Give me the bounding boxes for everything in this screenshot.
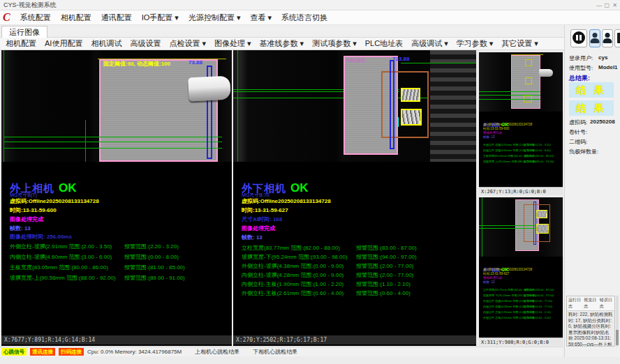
connector-tab-shape xyxy=(188,75,231,101)
toolbar-item-advanced-debug[interactable]: 高级调试 ▾ xyxy=(411,38,448,49)
pause-button[interactable] xyxy=(570,29,587,47)
left-blue-measure-label: 73.88 xyxy=(189,59,202,66)
toolbar-item-spotcheck[interactable]: 点检设置 ▾ xyxy=(169,38,206,49)
left-time-line: 时间:13-31-59-600 xyxy=(10,206,57,214)
scanner-status-badge: 扫码连接 xyxy=(59,348,84,356)
menu-item-light-config[interactable]: 光源控制配置 ▾ xyxy=(189,13,241,23)
cpu-memory-readout: Cpu: 0.0% Memory: 3424.41796875M xyxy=(87,349,182,355)
title-bar: CYS-视觉检测系统 — ▢ ✕ xyxy=(0,0,620,10)
toolbar-item-baseline-params[interactable]: 基准线参数 ▾ xyxy=(260,38,304,49)
status-bar: 心跳信号 通讯连接 扫码连接 Cpu: 0.0% Memory: 3424.41… xyxy=(0,347,563,356)
menu-item-system-config[interactable]: 系统配置 xyxy=(20,13,51,23)
middle-status-line: 图像处理完成 xyxy=(242,225,275,232)
tab-run-image[interactable]: 运行图像 xyxy=(1,26,47,38)
left-measure-row: 内侧立柱-坡膜(4.60mm 范围:(3.00 - 6.00)报警范围:(0.0… xyxy=(10,253,226,261)
toolbar-item-advanced-settings[interactable]: 高级设置 xyxy=(130,38,161,49)
thumbnail-bottom[interactable]: 外下相机OK 虚拟码:Offline20250208133134728 时间:1… xyxy=(479,197,563,346)
left-code-line: 虚拟码:Offline20250208133134728 xyxy=(10,197,99,205)
log-body-text: 耗时: 222, 缺陷检测耗时: 17, 缺陷分类耗时: 0, 缺陷视频分区耗时… xyxy=(567,311,614,347)
left-camera-image[interactable]: 73.88 固定阈值:93, 动态阈值:100 xyxy=(1,50,232,162)
login-user-value: cys xyxy=(598,54,607,61)
left-coord-strip: X:7677;Y:891;R:14;G:14;B:14 xyxy=(1,335,232,344)
user-manage-button[interactable] xyxy=(602,29,613,47)
thumbnail-bottom-image xyxy=(479,197,563,257)
middle-measure-row: 立柱宽度(83.77mm 范围:(82.00 - 88.00)报警范围:(83.… xyxy=(242,244,472,252)
virtual-code-value: 20250208 xyxy=(590,119,615,125)
virtual-code-label: 虚拟码: xyxy=(569,119,587,126)
middle-blue-measure-label: 723.88 xyxy=(392,56,409,62)
result-badge-top: 结 果 xyxy=(569,82,614,98)
menu-bar: C 系统配置 相机配置 通讯配置 IO手配置 ▾ 光源控制配置 ▾ 查看 ▾ 系… xyxy=(0,10,620,25)
toolbar-item-camera-config[interactable]: 相机配置 xyxy=(6,38,36,49)
logout-button[interactable] xyxy=(614,29,620,47)
toolbar-item-other-settings[interactable]: 其它设置 ▾ xyxy=(501,38,538,49)
tab-row: 运行图像 xyxy=(0,25,620,38)
log-scrollbar[interactable] xyxy=(616,296,619,347)
login-user-label: 登录用户: xyxy=(569,54,593,62)
user-login-button[interactable] xyxy=(589,29,600,47)
close-button[interactable]: ✕ xyxy=(612,0,617,10)
minimize-button[interactable]: — xyxy=(596,0,602,10)
log-panel: 运行日志 视觉日志 错误日志 耗时: 222, 缺陷检测耗时: 17, 缺陷分类… xyxy=(566,296,615,347)
menu-item-comm-config[interactable]: 通讯配置 xyxy=(101,13,132,23)
app-window: CYS-视觉检测系统 — ▢ ✕ C 系统配置 相机配置 通讯配置 IO手配置 … xyxy=(0,0,620,364)
ai-box-label: AI检测框 xyxy=(346,57,366,64)
toolbar: 相机配置 AI使用配置 相机调试 高级设置 点检设置 ▾ 图像处理 ▾ 基准线参… xyxy=(0,38,620,50)
middle-frames-line: 帧数: 13 xyxy=(242,234,263,241)
qr-code-label: 二维码: xyxy=(569,138,587,146)
toolbar-item-ai-config[interactable]: AI使用配置 xyxy=(45,38,82,49)
left-measure-row: 主板宽度(83.05mm 范围:(80.00 - 86.00)报警范围:(81.… xyxy=(10,264,226,271)
thumbnail-top[interactable]: 外上相机OK 虚拟码:Offline20250208133134728 时间:1… xyxy=(479,52,563,195)
toolbar-item-image-process[interactable]: 图像处理 ▾ xyxy=(214,38,251,49)
menu-item-camera-config[interactable]: 相机配置 xyxy=(61,13,91,23)
comm-status-badge: 通讯连接 xyxy=(30,348,55,356)
left-measure-row: 外侧立柱-坡膜(2.91mm 范围:(2.00 - 3.50)报警范围:(2.2… xyxy=(10,243,226,250)
app-logo-icon: C xyxy=(3,11,10,24)
exit-door-icon xyxy=(617,33,620,43)
menu-item-view[interactable]: 查看 ▾ xyxy=(250,13,272,23)
thumbnail-top-coord-strip: X:267;Y:13;R:0;G:0;B:0 xyxy=(479,187,563,195)
thumbnail-bottom-coord-strip: X:311;Y:980;R:0;G:0;B:0 xyxy=(479,338,563,346)
negative-weld-count-label: 负极焊数量: xyxy=(569,148,598,156)
middle-measure-row: 外侧立柱-坡膜(4.38mm 范围:(0.00 - 9.00)报警范围:(2.0… xyxy=(242,262,472,270)
model-label: 使用型号: xyxy=(569,64,593,72)
sidebar: 登录用户: cys 使用型号: Model1 总结果: 结 果 结 果 虚拟码:… xyxy=(564,25,620,357)
middle-time-line: 时间:13-31-59-627 xyxy=(242,206,288,214)
pin-number-label: 卷针号: xyxy=(569,128,587,136)
model-select[interactable]: Model1 xyxy=(598,64,618,70)
toolbar-item-camera-debug[interactable]: 相机调试 xyxy=(91,38,121,49)
middle-measure-row: 坡膜宽度-下(95.24mm 范围:(93.00 - 98.00)报警范围:(9… xyxy=(242,253,472,261)
toolbar-item-learn-params[interactable]: 学习参数 ▾ xyxy=(457,38,494,49)
pause-icon xyxy=(573,31,585,44)
left-threshold-label: 固定阈值:93, 动态阈值:100 xyxy=(103,60,170,68)
menu-item-language-switch[interactable]: 系统语言切换 xyxy=(281,13,327,23)
user-icon xyxy=(605,33,610,38)
middle-measure-row: 内侧立柱-主板(1.90mm 范围:(1.00 - 2.20)报警范围:(1.1… xyxy=(242,280,472,288)
result-badge-bottom: 结 果 xyxy=(569,100,614,116)
user-icon xyxy=(593,33,598,38)
lower-camera-heartbeat-result: 下相机心跳检结果 xyxy=(253,348,297,356)
menu-item-io-config[interactable]: IO手配置 ▾ xyxy=(142,13,179,23)
log-tab-error[interactable]: 错误日志 xyxy=(600,297,613,310)
maximize-button[interactable]: ▢ xyxy=(604,0,610,10)
middle-measure-row: 外侧立柱-主板(2.61mm 范围:(0.60 - 4.00)报警范围:(0.6… xyxy=(242,289,472,297)
middle-coord-strip: X:270;Y:2502;R:17;G:17;B:17 xyxy=(233,335,476,344)
left-camera-panel: 73.88 固定阈值:93, 动态阈值:100 外上相机OK MG尺寸B(T) … xyxy=(1,50,232,346)
thumbnail-top-image xyxy=(479,52,563,112)
window-title: CYS-视觉检测系统 xyxy=(3,1,57,8)
middle-camera-panel: AI检测框 723.88 外下相机OK MG尺寸B:70 虚拟码:Offline… xyxy=(233,50,476,346)
left-frames-line: 帧数: 13 xyxy=(10,225,31,232)
heartbeat-status-badge: 心跳信号 xyxy=(1,348,27,356)
toolbar-item-plc-table[interactable]: PLC地址表 xyxy=(365,38,403,49)
left-measure-row: 坡膜宽度-上(90.56mm 范围:(88.00 - 92.00)报警范围:(8… xyxy=(10,274,226,282)
middle-camera-image[interactable]: AI检测框 723.88 xyxy=(233,50,476,162)
left-proctime-line: 图像处理时间: 256.00ms xyxy=(10,233,72,241)
upper-camera-heartbeat-result: 上相机心跳检结果 xyxy=(195,348,239,356)
left-status-line: 图像处理完成 xyxy=(10,215,43,223)
log-tab-vision[interactable]: 视觉日志 xyxy=(584,297,597,310)
middle-measure-row: 内侧立柱-坡膜(4.28mm 范围:(0.00 - 9.00)报警范围:(2.0… xyxy=(242,271,472,279)
toolbar-item-test-params[interactable]: 测试项参数 ▾ xyxy=(312,38,357,49)
middle-ai-time-line: 尺寸AI时间: 168 xyxy=(242,215,282,223)
middle-code-line: 虚拟码:Offline20250208133134728 xyxy=(242,197,331,205)
log-tab-run[interactable]: 运行日志 xyxy=(568,297,582,310)
